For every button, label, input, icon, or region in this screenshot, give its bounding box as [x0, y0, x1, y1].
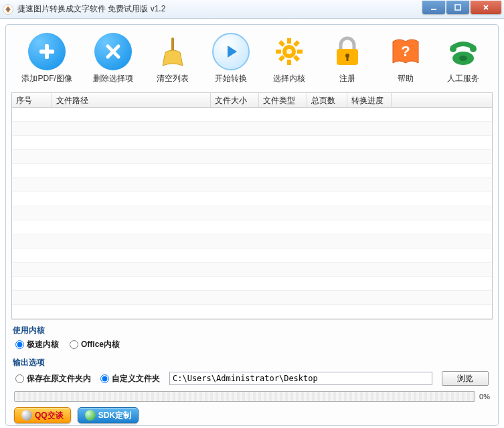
- title-bar: 捷速图片转换成文字软件 免费试用版 v1.2: [0, 0, 504, 19]
- table-row[interactable]: [12, 150, 492, 164]
- progress-row: 0%: [14, 391, 490, 402]
- svg-rect-12: [293, 40, 300, 47]
- output-path-input[interactable]: [169, 372, 432, 385]
- svg-point-20: [450, 46, 456, 52]
- plus-icon: [28, 33, 66, 70]
- qq-chat-button[interactable]: QQ交谈: [14, 407, 71, 423]
- table-row[interactable]: [12, 234, 492, 248]
- engine-fast-option[interactable]: 极速内核: [15, 339, 59, 350]
- output-custom-option[interactable]: 自定义文件夹: [100, 373, 160, 384]
- table-row[interactable]: [12, 122, 492, 136]
- svg-rect-1: [455, 5, 460, 10]
- output-section-label: 输出选项: [6, 354, 498, 370]
- svg-point-22: [459, 56, 467, 61]
- svg-rect-0: [431, 9, 436, 10]
- help-book-icon: ?: [387, 33, 424, 70]
- start-convert-button[interactable]: 开始转换: [209, 31, 252, 86]
- svg-rect-8: [276, 50, 281, 54]
- help-button[interactable]: ? 帮助: [384, 31, 427, 86]
- table-header: 序号 文件路径 文件大小 文件类型 总页数 转换进度: [12, 93, 492, 108]
- engine-fast-label: 极速内核: [27, 339, 59, 350]
- broom-icon: [154, 33, 191, 70]
- add-file-button[interactable]: 添加PDF/图像: [19, 31, 74, 86]
- toolbar: 添加PDF/图像 删除选择项 清空列表 开始转换 选择内核: [6, 25, 498, 90]
- toolbar-label: 选择内核: [273, 73, 305, 84]
- engine-radio-group: 极速内核 Office内核: [6, 338, 498, 354]
- svg-rect-7: [287, 60, 291, 65]
- table-row[interactable]: [12, 248, 492, 263]
- progress-percent: 0%: [479, 393, 490, 401]
- col-pages[interactable]: 总页数: [307, 93, 347, 107]
- col-progress[interactable]: 转换进度: [347, 93, 392, 107]
- engine-office-label: Office内核: [81, 339, 120, 350]
- engine-office-option[interactable]: Office内核: [70, 339, 120, 350]
- qq-icon: [21, 410, 32, 421]
- svg-text:?: ?: [401, 43, 410, 60]
- svg-point-21: [470, 46, 477, 52]
- toolbar-label: 删除选择项: [93, 73, 133, 84]
- support-button[interactable]: 人工服务: [442, 31, 485, 86]
- register-button[interactable]: 注册: [326, 31, 369, 86]
- qq-chat-label: QQ交谈: [35, 410, 64, 421]
- footer: QQ交谈 SDK定制: [6, 405, 498, 428]
- window-title: 捷速图片转换成文字软件 免费试用版 v1.2: [17, 3, 422, 15]
- toolbar-label: 注册: [339, 73, 355, 84]
- app-icon: [3, 4, 13, 15]
- toolbar-label: 开始转换: [215, 73, 247, 84]
- col-type[interactable]: 文件类型: [259, 93, 307, 107]
- gear-icon: [270, 33, 308, 70]
- sdk-label: SDK定制: [98, 410, 131, 421]
- window-controls: [422, 1, 501, 14]
- col-seq[interactable]: 序号: [12, 93, 52, 107]
- table-row[interactable]: [12, 206, 492, 220]
- table-row[interactable]: [12, 192, 492, 206]
- toolbar-label: 人工服务: [447, 73, 479, 84]
- table-row[interactable]: [12, 136, 492, 150]
- output-original-option[interactable]: 保存在原文件夹内: [15, 373, 91, 384]
- toolbar-label: 添加PDF/图像: [21, 73, 72, 84]
- output-custom-radio[interactable]: [100, 374, 109, 383]
- svg-rect-9: [297, 50, 303, 54]
- delete-selected-button[interactable]: 删除选择项: [90, 31, 136, 86]
- globe-icon: [85, 410, 96, 421]
- toolbar-label: 清空列表: [157, 73, 189, 84]
- table-row[interactable]: [12, 178, 492, 192]
- select-engine-button[interactable]: 选择内核: [268, 31, 311, 86]
- toolbar-label: 帮助: [398, 73, 414, 84]
- browse-button[interactable]: 浏览: [442, 371, 489, 386]
- table-row[interactable]: [12, 164, 492, 178]
- output-row: 保存在原文件夹内 自定义文件夹 浏览: [6, 370, 498, 390]
- svg-rect-3: [39, 50, 54, 54]
- main-frame: 添加PDF/图像 删除选择项 清空列表 开始转换 选择内核: [5, 24, 499, 426]
- col-size[interactable]: 文件大小: [211, 93, 259, 107]
- output-original-label: 保存在原文件夹内: [27, 373, 91, 384]
- play-icon: [212, 33, 250, 70]
- output-custom-label: 自定义文件夹: [112, 373, 160, 384]
- phone-icon: [444, 33, 482, 70]
- close-button[interactable]: [471, 1, 501, 14]
- table-row[interactable]: [12, 220, 492, 234]
- table-row[interactable]: [12, 277, 492, 291]
- table-row[interactable]: [12, 291, 492, 305]
- engine-section-label: 使用内核: [6, 322, 498, 338]
- col-path[interactable]: 文件路径: [52, 93, 211, 107]
- table-row[interactable]: [12, 108, 492, 122]
- minimize-button[interactable]: [422, 1, 445, 14]
- svg-rect-6: [287, 38, 291, 44]
- engine-fast-radio[interactable]: [15, 340, 24, 349]
- maximize-button[interactable]: [446, 1, 469, 14]
- progress-bar: [14, 391, 475, 402]
- col-spacer: [392, 93, 492, 107]
- clear-list-button[interactable]: 清空列表: [151, 31, 194, 86]
- svg-point-14: [286, 49, 292, 54]
- file-table: 序号 文件路径 文件大小 文件类型 总页数 转换进度: [11, 92, 493, 319]
- x-icon: [94, 33, 132, 70]
- sdk-button[interactable]: SDK定制: [78, 407, 139, 423]
- table-row[interactable]: [12, 263, 492, 277]
- table-body[interactable]: [12, 108, 492, 319]
- table-row[interactable]: [12, 305, 492, 319]
- engine-office-radio[interactable]: [70, 340, 78, 349]
- output-original-radio[interactable]: [15, 374, 24, 383]
- lock-icon: [329, 33, 366, 70]
- svg-rect-17: [346, 56, 348, 61]
